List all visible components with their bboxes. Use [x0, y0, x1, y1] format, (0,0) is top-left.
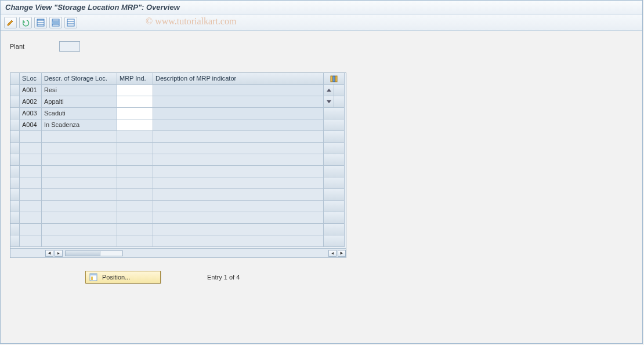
scroll-down-button[interactable] [324, 96, 334, 108]
cell-descr [42, 143, 117, 154]
row-selector[interactable] [10, 119, 20, 131]
cell-sloc[interactable]: A001 [20, 85, 42, 96]
cell-sloc [20, 143, 42, 154]
cell-mrp-descr[interactable] [153, 108, 324, 119]
vscroll-track[interactable] [324, 177, 345, 189]
cell-mrp-descr [153, 212, 324, 224]
cell-sloc[interactable]: A004 [20, 119, 42, 131]
row-selector-header[interactable] [10, 73, 20, 85]
cell-sloc [20, 154, 42, 166]
row-selector[interactable] [10, 154, 20, 166]
cell-mrp-descr [153, 201, 324, 212]
vscroll-thumb[interactable] [334, 85, 345, 96]
svg-rect-12 [333, 76, 335, 82]
vscroll-track[interactable] [324, 235, 345, 247]
row-selector[interactable] [10, 108, 20, 119]
cell-mrp-descr[interactable] [153, 96, 324, 108]
cell-sloc [20, 189, 42, 201]
horizontal-scrollbar: ◄ ▸ ◂ ► [10, 248, 346, 257]
table-row [10, 235, 346, 247]
vscroll-track[interactable] [324, 189, 345, 201]
select-block-button[interactable] [49, 17, 62, 28]
cell-mrp-input [117, 154, 153, 166]
col-descr[interactable]: Descr. of Storage Loc. [42, 73, 117, 85]
row-selector[interactable] [10, 177, 20, 189]
svg-rect-15 [90, 274, 97, 275]
svg-rect-13 [335, 76, 337, 82]
cell-sloc[interactable]: A002 [20, 96, 42, 108]
svg-rect-11 [331, 76, 332, 82]
vscroll-track[interactable] [324, 119, 345, 131]
scroll-thumb[interactable] [66, 251, 100, 256]
select-all-button[interactable] [34, 17, 47, 28]
table-row [10, 189, 346, 201]
cell-mrp-input [117, 224, 153, 235]
cell-mrp-input[interactable] [117, 85, 153, 96]
row-selector[interactable] [10, 212, 20, 224]
cell-descr[interactable]: Resi [42, 85, 117, 96]
vscroll-track[interactable] [324, 108, 345, 119]
position-button[interactable]: Position... [85, 271, 161, 284]
row-selector[interactable] [10, 131, 20, 143]
vscroll-track[interactable] [324, 143, 345, 154]
table-footer: Position... Entry 1 of 4 [10, 271, 633, 284]
scroll-left-button[interactable]: ▸ [55, 250, 63, 257]
col-mrp-ind[interactable]: MRP Ind. [117, 73, 153, 85]
vscroll-track[interactable] [324, 131, 345, 143]
table-row: A004In Scadenza [10, 119, 346, 131]
cell-sloc[interactable]: A003 [20, 108, 42, 119]
cell-mrp-input[interactable] [117, 119, 153, 131]
cell-descr [42, 212, 117, 224]
row-selector[interactable] [10, 85, 20, 96]
table-row: A002Appalti [10, 96, 346, 108]
scroll-first-button[interactable]: ◄ [45, 250, 53, 257]
svg-rect-16 [91, 277, 93, 280]
plant-input[interactable] [59, 41, 80, 52]
cell-mrp-input[interactable] [117, 108, 153, 119]
table-row [10, 143, 346, 154]
cell-mrp-input [117, 166, 153, 177]
cell-mrp-descr[interactable] [153, 119, 324, 131]
toggle-edit-button[interactable] [4, 17, 17, 28]
row-selector[interactable] [10, 201, 20, 212]
cell-descr[interactable]: Scaduti [42, 108, 117, 119]
vscroll-track[interactable] [324, 212, 345, 224]
vscroll-track[interactable] [324, 224, 345, 235]
cell-descr [42, 177, 117, 189]
cell-descr[interactable]: In Scadenza [42, 119, 117, 131]
row-selector[interactable] [10, 143, 20, 154]
table-row [10, 212, 346, 224]
vscroll-track[interactable] [324, 154, 345, 166]
plant-field-row: Plant [10, 41, 633, 52]
cell-mrp-descr[interactable] [153, 85, 324, 96]
vscroll-track[interactable] [324, 166, 345, 177]
cell-mrp-input[interactable] [117, 96, 153, 108]
scroll-last-button[interactable]: ► [338, 250, 346, 257]
row-selector[interactable] [10, 224, 20, 235]
cell-mrp-input [117, 131, 153, 143]
cell-sloc [20, 131, 42, 143]
cell-sloc [20, 235, 42, 247]
row-selector[interactable] [10, 189, 20, 201]
scroll-right-button[interactable]: ◂ [328, 250, 337, 257]
table-row [10, 177, 346, 189]
deselect-all-button[interactable] [64, 17, 77, 28]
row-selector[interactable] [10, 235, 20, 247]
cell-mrp-descr [153, 224, 324, 235]
cell-descr[interactable]: Appalti [42, 96, 117, 108]
scroll-track[interactable] [65, 250, 123, 256]
cell-mrp-input [117, 177, 153, 189]
col-mrp-descr[interactable]: Description of MRP indicator [153, 73, 324, 85]
position-icon [89, 273, 97, 281]
position-label: Position... [102, 274, 130, 281]
scroll-up-button[interactable] [324, 85, 334, 96]
vscroll-track[interactable] [324, 201, 345, 212]
vscroll-track[interactable] [334, 96, 345, 108]
configure-columns-button[interactable] [324, 73, 345, 85]
row-selector[interactable] [10, 166, 20, 177]
col-sloc[interactable]: SLoc [20, 73, 42, 85]
plant-label: Plant [10, 43, 24, 50]
table-row [10, 131, 346, 143]
row-selector[interactable] [10, 96, 20, 108]
undo-button[interactable] [19, 17, 32, 28]
